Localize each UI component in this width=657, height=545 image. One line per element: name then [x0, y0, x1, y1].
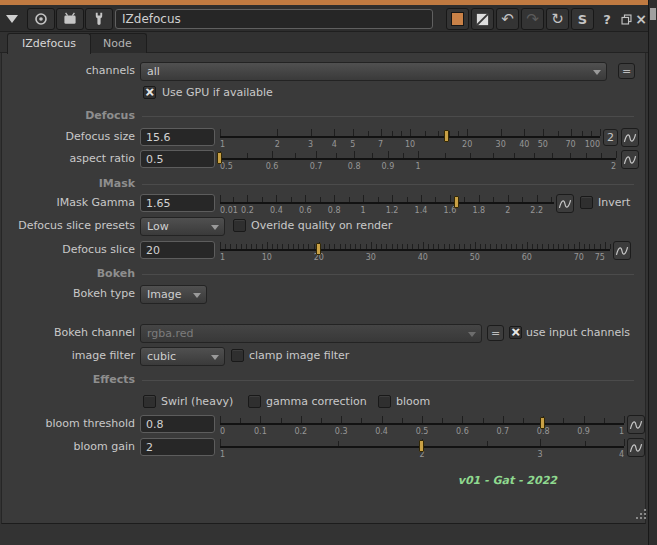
slider-tick [458, 131, 459, 136]
slider-tick-label: 7 [378, 140, 383, 149]
channels-dropdown[interactable]: all [140, 62, 607, 81]
bloom-label: bloom [396, 395, 430, 408]
defocus-size-input[interactable] [140, 128, 215, 146]
slider-tick-label: 1 [619, 427, 624, 436]
tab-izdefocus[interactable]: IZdefocus [7, 33, 91, 54]
gamma-correction-checkbox[interactable] [248, 395, 261, 408]
node-name-input[interactable] [115, 9, 433, 29]
slider-tick [522, 197, 523, 202]
slider-tick [291, 197, 292, 202]
defocus-slice-slider[interactable]: 11020304050607075 [220, 241, 610, 261]
slider-tick [438, 131, 439, 136]
slider-tick [340, 244, 341, 249]
slider-tick [363, 195, 364, 202]
slider-track [220, 136, 600, 138]
override-quality-checkbox[interactable] [233, 219, 246, 232]
slider-tick [433, 244, 434, 249]
slider-tick [240, 418, 241, 423]
slider-handle[interactable] [444, 130, 449, 142]
pane-splitter-handle[interactable] [650, 8, 656, 20]
slider-handle[interactable] [316, 243, 321, 255]
undo-button[interactable]: ↶ [496, 8, 519, 30]
use-input-channels-checkbox[interactable]: × [509, 326, 522, 339]
use-gpu-checkbox[interactable]: × [143, 86, 156, 99]
slider-handle[interactable] [419, 440, 424, 452]
defocus-size-curve-button[interactable] [621, 128, 639, 147]
slider-tick-label: 0.4 [375, 427, 388, 436]
node-color-swatch [451, 12, 464, 26]
slider-tick-label: 100 [585, 140, 600, 149]
defocus-slice-curve-button[interactable] [613, 241, 631, 260]
bloom-gain-slider[interactable]: 1234 [220, 438, 624, 458]
chevron-down-icon [211, 225, 219, 230]
slider-tick [282, 244, 283, 249]
slider-tick [401, 131, 402, 136]
slider-tick [501, 244, 502, 249]
imask-gamma-slider[interactable]: 0.010.20.40.60.811.21.41.61.822.2 [220, 194, 554, 214]
aspect-ratio-slider[interactable]: 0.50.60.70.80.912 [220, 150, 616, 170]
panel-resize-grip[interactable] [636, 509, 648, 521]
bloom-threshold-curve-button[interactable] [627, 415, 645, 434]
slider-tick [320, 197, 321, 202]
help-button[interactable]: ? [598, 8, 616, 30]
node-color-swatch-button[interactable] [446, 8, 469, 30]
curve-icon [629, 419, 643, 431]
swirl-checkbox[interactable] [143, 395, 156, 408]
float-panel-button[interactable] [617, 8, 635, 30]
bokeh-channel-link-button[interactable]: = [487, 325, 504, 341]
bloom-threshold-slider[interactable]: 00.10.20.30.40.50.60.70.80.91 [220, 415, 624, 435]
tab-node[interactable]: Node [88, 33, 147, 53]
imask-gamma-label: IMask Gamma [2, 196, 135, 209]
slice-presets-value: Low [147, 220, 169, 233]
slider-handle[interactable] [454, 196, 459, 208]
defocus-slice-label: Defocus slice [2, 243, 135, 256]
slider-handle[interactable] [217, 152, 222, 164]
redo-button[interactable]: ↷ [521, 8, 544, 30]
slider-tick [532, 244, 533, 249]
revert-button[interactable]: ↻ [546, 8, 569, 30]
slider-tick-label: 3 [308, 140, 313, 149]
tv-icon [62, 11, 78, 27]
curve-icon [615, 245, 629, 257]
slider-handle[interactable] [540, 417, 545, 429]
slider-tick [537, 195, 538, 202]
version-credit-text: v01 - Gat - 2022 [458, 474, 557, 487]
script-editor-button[interactable]: S [571, 8, 594, 30]
close-panel-button[interactable]: × [634, 8, 648, 30]
slider-tick [353, 129, 354, 136]
image-filter-dropdown[interactable]: cubic [140, 347, 225, 366]
defocus-slice-input[interactable] [140, 241, 215, 259]
invert-checkbox[interactable] [580, 196, 593, 209]
center-node-button[interactable] [27, 8, 55, 30]
slider-tick [233, 197, 234, 202]
slider-tick [220, 416, 221, 423]
bloom-gain-input[interactable] [140, 438, 215, 456]
slider-tick [334, 129, 335, 136]
defocus-size-slider[interactable]: 123457102030405070100 [220, 128, 600, 148]
aspect-ratio-input[interactable] [140, 150, 215, 168]
channels-link-button[interactable]: = [618, 63, 635, 79]
slider-tick [293, 244, 294, 249]
slice-presets-dropdown[interactable]: Low [140, 217, 225, 236]
bloom-gain-curve-button[interactable] [627, 438, 645, 457]
slider-tick [425, 131, 426, 136]
slider-tick [381, 129, 382, 136]
slider-tick [501, 129, 502, 136]
bloom-checkbox[interactable] [378, 395, 391, 408]
imask-gamma-input[interactable] [140, 194, 215, 212]
bokeh-channel-value: rgba.red [147, 327, 194, 340]
aspect-ratio-curve-button[interactable] [621, 150, 639, 169]
slider-tick [600, 244, 601, 249]
bokeh-type-dropdown[interactable]: Image [140, 285, 207, 304]
defocus-size-multiplier-button[interactable]: 2 [603, 129, 618, 146]
monitor-output-button[interactable] [56, 8, 84, 30]
slider-tick [605, 244, 606, 249]
imask-gamma-curve-button[interactable] [556, 194, 574, 213]
bokeh-channel-dropdown[interactable]: rgba.red [140, 324, 482, 343]
settings-wrench-button[interactable] [85, 8, 113, 30]
gl-color-toggle-button[interactable] [471, 8, 494, 30]
collapse-panel-icon[interactable] [6, 15, 18, 23]
bloom-threshold-input[interactable] [140, 415, 215, 433]
group-header-defocus: Defocus [2, 109, 135, 122]
clamp-image-filter-checkbox[interactable] [231, 349, 244, 362]
